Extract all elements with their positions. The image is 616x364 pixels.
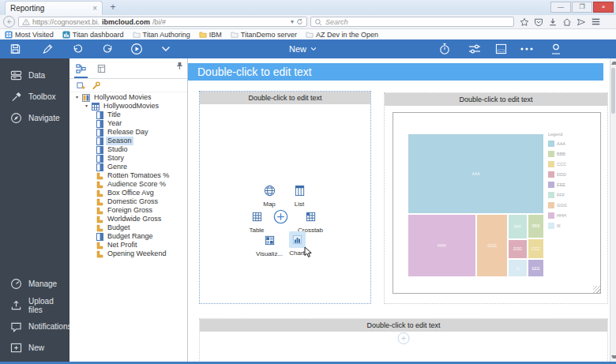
- tree-field-genre[interactable]: Genre: [69, 163, 187, 171]
- cognos-toolbar: New: [0, 39, 616, 58]
- downloads-icon[interactable]: [548, 17, 558, 27]
- bookmark-ibm[interactable]: IBM: [199, 31, 222, 39]
- string-field-icon: [96, 146, 103, 154]
- canvas-scrollbar[interactable]: [610, 58, 616, 362]
- sidebar-item-data[interactable]: Data: [0, 65, 69, 86]
- collapse-arrow-icon[interactable]: ▾: [74, 93, 80, 102]
- sidebar-item-toolbox[interactable]: Toolbox: [0, 86, 69, 107]
- tree-field-budget[interactable]: Budget: [69, 223, 187, 232]
- resize-handle[interactable]: [593, 286, 600, 293]
- report-block-right[interactable]: Double-click to edit text AAAHHHGGGFFFDD…: [384, 92, 608, 304]
- chevron-down-icon[interactable]: [161, 46, 171, 52]
- treemap-tile-iii: III: [508, 259, 528, 277]
- block-right-header[interactable]: Double-click to edit text: [385, 93, 607, 106]
- bookmark-titan-dashboard[interactable]: Titan dashboard: [62, 31, 124, 39]
- tree-field-release-day[interactable]: Release Day: [69, 128, 187, 137]
- page-title-block[interactable]: Double-click to edit text: [188, 63, 603, 81]
- bookmark-titan-authoring[interactable]: Titan Authoring: [133, 31, 190, 39]
- pin-panel-icon[interactable]: [176, 62, 183, 70]
- save-icon[interactable]: [9, 43, 21, 55]
- report-canvas[interactable]: Double-click to edit text Double-click t…: [188, 58, 610, 362]
- tree-node-hollywoodmovies[interactable]: ▾HollywoodMovies: [69, 102, 187, 111]
- bookmark-star-icon[interactable]: [520, 17, 529, 27]
- menu-icon[interactable]: [591, 17, 601, 26]
- tree-field-net-profit[interactable]: Net Profit: [69, 241, 187, 250]
- treemap-visualization[interactable]: AAAHHHGGGFFFDDDIIIBBBCCCEEE LegendAAABBB…: [393, 112, 601, 294]
- sidebar-item-navigate[interactable]: Navigate: [0, 107, 69, 129]
- share-icon[interactable]: [577, 17, 586, 27]
- scrollbar-thumb[interactable]: [611, 68, 615, 114]
- pocket-icon[interactable]: [534, 17, 543, 27]
- measure-field-icon: [96, 250, 103, 258]
- bookmark-most-visited[interactable]: Most Visited: [5, 31, 54, 39]
- minimize-button[interactable]: —: [550, 2, 571, 13]
- block-left-header[interactable]: Double-click to edit text: [200, 92, 370, 104]
- legend-swatch: [548, 182, 554, 188]
- string-field-icon: [96, 129, 103, 137]
- url-dropdown-icon[interactable]: ▾: [291, 18, 294, 25]
- tab-sources[interactable]: [76, 58, 86, 78]
- tree-field-story[interactable]: Story: [69, 154, 187, 163]
- legend-entry-ddd: DDD: [548, 169, 567, 179]
- legend-entry-ggg: GGG: [548, 200, 567, 210]
- bookmark-titandemo-server[interactable]: TitanDemo server: [231, 31, 297, 39]
- block-bottom-header[interactable]: Double-click to edit text: [200, 319, 607, 332]
- wrench-icon[interactable]: [92, 81, 100, 90]
- add-source-icon[interactable]: [77, 81, 85, 90]
- collapse-arrow-icon[interactable]: ▾: [84, 102, 89, 111]
- tree-field-season[interactable]: Season: [69, 137, 187, 145]
- source-icon: [82, 94, 90, 102]
- url-bar[interactable]: https://cognosnext.bi.ibmcloud.com/bi/# …: [18, 17, 307, 27]
- add-object-button[interactable]: [273, 209, 288, 224]
- tree-node-hollywood-movies[interactable]: ▾Hollywood Movies: [69, 93, 187, 102]
- schedule-icon[interactable]: [439, 43, 450, 55]
- home-icon[interactable]: [562, 17, 572, 27]
- sidebar-item-new[interactable]: New: [0, 337, 69, 358]
- new-tab-button[interactable]: +: [106, 2, 120, 13]
- page-layers-icon[interactable]: [495, 43, 507, 54]
- tab-templates[interactable]: [97, 58, 106, 78]
- run-report-icon[interactable]: [130, 43, 143, 55]
- add-object-button-faded[interactable]: +: [398, 332, 410, 344]
- browser-tab-reporting[interactable]: Reporting ×: [5, 1, 103, 15]
- palette-item-crosstab[interactable]: Crosstab: [293, 208, 328, 234]
- report-block-bottom[interactable]: Double-click to edit text +: [199, 318, 608, 362]
- palette-item-table[interactable]: Table: [239, 208, 274, 234]
- palette-item-list[interactable]: List: [282, 182, 317, 208]
- tab-close-icon[interactable]: ×: [92, 4, 97, 13]
- undo-icon[interactable]: [72, 43, 84, 55]
- scroll-up-icon[interactable]: [611, 62, 616, 65]
- user-profile-icon[interactable]: [550, 43, 562, 55]
- new-label: New: [289, 44, 306, 54]
- search-input[interactable]: Search: [310, 17, 514, 27]
- scroll-down-icon[interactable]: [611, 355, 616, 358]
- tree-field-year[interactable]: Year: [69, 119, 187, 128]
- tree-field-opening-weekend[interactable]: Opening Weekend: [69, 250, 187, 258]
- tree-field-budget-range[interactable]: Budget Range: [69, 232, 187, 241]
- tree-field-audience-score[interactable]: Audience Score %: [69, 180, 187, 189]
- more-ellipsis-icon[interactable]: [520, 47, 533, 51]
- sidebar-item-upload-files[interactable]: Upload files: [0, 295, 69, 316]
- legend-entry-ccc: CCC: [548, 159, 567, 169]
- data-panel: ▾Hollywood Movies▾HollywoodMoviesTitleYe…: [69, 58, 188, 362]
- tree-field-worldwide-gross[interactable]: Worldwide Gross: [69, 215, 187, 223]
- maximize-button[interactable]: ❐: [572, 2, 592, 13]
- tree-field-foreign-gross[interactable]: Foreign Gross: [69, 206, 187, 215]
- tree-field-domestic-gross[interactable]: Domestic Gross: [69, 197, 187, 206]
- close-button[interactable]: ×: [593, 2, 614, 13]
- report-block-left[interactable]: Double-click to edit text MapListTableCr…: [199, 91, 371, 304]
- back-button[interactable]: [3, 16, 15, 28]
- tree-field-box-office-avg[interactable]: Box Office Avg: [69, 189, 187, 197]
- filter-sliders-icon[interactable]: [468, 43, 481, 54]
- tree-field-title[interactable]: Title: [69, 111, 187, 119]
- tree-field-rotten-tomatoes[interactable]: Rotten Tomatoes %: [69, 171, 187, 180]
- tree-field-studio[interactable]: Studio: [69, 145, 187, 154]
- reload-icon[interactable]: [296, 18, 303, 25]
- application-window: Reporting × + — ❐ × https://cognosnext.b…: [0, 0, 616, 364]
- edit-pencil-icon[interactable]: [42, 43, 54, 55]
- bookmark-az-dev-in-the-open[interactable]: AZ Dev in the Open: [306, 31, 378, 39]
- sidebar-item-notifications[interactable]: Notifications: [0, 316, 69, 337]
- sidebar-item-manage[interactable]: Manage: [0, 273, 69, 295]
- new-report-dropdown[interactable]: New: [289, 39, 317, 58]
- redo-icon[interactable]: [102, 43, 114, 55]
